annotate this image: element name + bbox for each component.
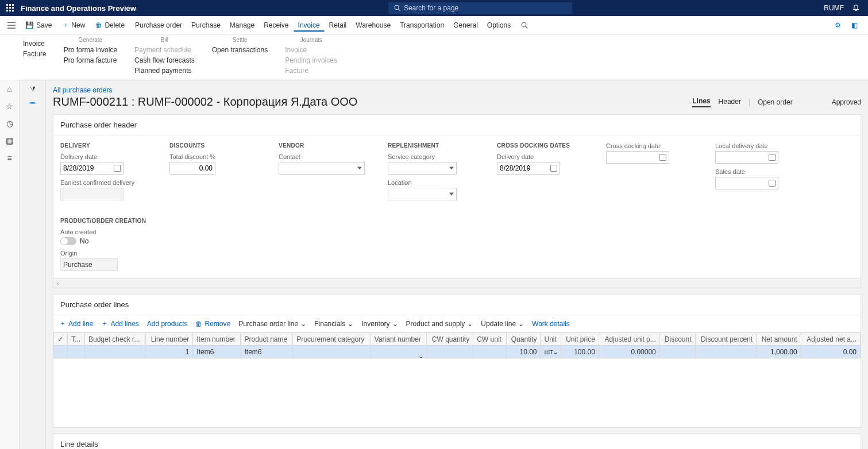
cell-item-number[interactable]: Item6 [193, 346, 241, 358]
autocreated-toggle[interactable] [60, 237, 76, 245]
scroll-left-icon[interactable]: ‹ [53, 278, 861, 288]
tab-receive[interactable]: Receive [259, 19, 293, 32]
filter-rail: ⧩ ═ [20, 80, 46, 449]
cell-qty[interactable]: 10.00 [506, 346, 541, 358]
bell-icon[interactable] [852, 4, 860, 12]
col-header[interactable]: Product name [241, 333, 293, 346]
updateline-drop[interactable]: Update line ⌄ [481, 320, 524, 328]
cell-adj-net[interactable]: 0.00 [801, 346, 860, 358]
ribbon-pro-forma-facture[interactable]: Pro forma facture [64, 56, 117, 65]
cell-adj-price[interactable]: 0.00000 [599, 346, 659, 358]
svg-rect-8 [12, 10, 14, 11]
ribbon-planned-payments[interactable]: Planned payments [134, 66, 195, 75]
add-line-button[interactable]: ＋Add line [59, 319, 93, 328]
discounts-section: DISCOUNTS [169, 142, 261, 149]
tab-purchase[interactable]: Purchase [187, 19, 225, 32]
po-header-title[interactable]: Purchase order header [53, 115, 861, 136]
service-cat-input[interactable] [388, 162, 457, 175]
po-lines-title[interactable]: Purchase order lines [53, 295, 861, 315]
cell-unit-price[interactable]: 100.00 [561, 346, 599, 358]
lines-icon[interactable]: ═ [30, 99, 35, 107]
search-input[interactable] [404, 4, 566, 12]
col-header[interactable]: Unit [541, 333, 561, 346]
col-header[interactable]: Discount [659, 333, 695, 346]
lines-grid[interactable]: ✓T...Budget check r...Line numberItem nu… [53, 332, 861, 358]
workdetails-button[interactable]: Work details [532, 320, 570, 328]
list-icon[interactable]: ≡ [5, 153, 15, 163]
localdate-input[interactable] [715, 151, 778, 164]
crossdate-input[interactable] [606, 151, 669, 164]
col-header[interactable]: Discount percent [695, 333, 757, 346]
waffle-icon[interactable] [5, 4, 16, 12]
inventory-drop[interactable]: Inventory ⌄ [361, 320, 398, 328]
cell-variant[interactable]: ⌄ [371, 346, 426, 358]
add-products-button[interactable]: Add products [147, 320, 188, 328]
search-action-icon[interactable] [516, 20, 533, 31]
salesdate-input[interactable] [715, 177, 778, 189]
delivery-date-input[interactable] [60, 162, 124, 175]
cell-product-name[interactable]: Item6 [241, 346, 293, 358]
col-header[interactable]: Quantity [506, 333, 541, 346]
col-header[interactable]: T... [68, 333, 85, 346]
search-box[interactable] [388, 2, 572, 14]
new-button[interactable]: ＋New [57, 18, 90, 32]
ribbon-facture[interactable]: Facture [23, 49, 47, 59]
workspace-icon[interactable]: ▦ [5, 136, 15, 146]
tab-invoice[interactable]: Invoice [294, 19, 325, 32]
col-header[interactable]: CW unit [473, 333, 507, 346]
filter-icon[interactable]: ⧩ [30, 85, 36, 93]
cell-unit[interactable]: шт⌄ [541, 346, 561, 358]
line-details-title[interactable]: Line details [53, 434, 861, 449]
location-input[interactable] [388, 188, 457, 200]
origin-label: Origin [60, 250, 152, 257]
col-header[interactable]: Item number [193, 333, 241, 346]
po-line-drop[interactable]: Purchase order line ⌄ [238, 320, 306, 328]
remove-button[interactable]: 🗑Remove [195, 320, 230, 328]
financials-drop[interactable]: Financials ⌄ [314, 320, 353, 328]
autocreated-label: Auto created [60, 229, 152, 235]
col-header[interactable]: Variant number [371, 333, 426, 346]
tab-general[interactable]: General [449, 19, 483, 32]
table-row[interactable]: 1 Item6 Item6 ⌄ 10.00 шт⌄ 100.00 0.00000… [54, 346, 861, 358]
ribbon-cash-flow-forecasts[interactable]: Cash flow forecasts [134, 56, 195, 65]
ribbon-open-transactions[interactable]: Open transactions [212, 45, 268, 55]
col-header[interactable]: Line number [145, 333, 192, 346]
breadcrumb[interactable]: All purchase orders [53, 86, 861, 94]
col-header[interactable]: Adjusted net a... [801, 333, 860, 346]
home-icon[interactable]: ⌂ [5, 84, 15, 94]
tab-warehouse[interactable]: Warehouse [351, 19, 395, 32]
col-header[interactable]: Procurement category [293, 333, 371, 346]
recent-icon[interactable]: ◷ [5, 118, 15, 129]
tab-purchase-order[interactable]: Purchase order [130, 19, 187, 32]
cross-delivdate-input[interactable] [497, 162, 560, 175]
cell-line-number[interactable]: 1 [145, 346, 192, 358]
menu-icon[interactable] [6, 22, 17, 29]
total-discount-input[interactable] [169, 162, 215, 175]
po-header-panel: Purchase order header DELIVERY Delivery … [53, 114, 861, 288]
col-header[interactable]: Budget check r... [85, 333, 146, 346]
star-icon[interactable]: ☆ [5, 101, 15, 111]
col-header[interactable]: Adjusted unit p... [599, 333, 659, 346]
col-header[interactable]: Net amount [757, 333, 801, 346]
view-lines[interactable]: Lines [692, 97, 710, 107]
add-lines-button[interactable]: ＋Add lines [101, 319, 138, 328]
page-title: RUMF-000211 : RUMF-000002 - Корпорация Я… [53, 95, 357, 109]
delete-button[interactable]: 🗑Delete [91, 19, 129, 32]
col-header[interactable]: ✓ [54, 333, 68, 346]
contact-input[interactable] [279, 162, 365, 175]
gear-icon[interactable]: ⚙ [830, 19, 846, 32]
user-label[interactable]: RUMF [824, 4, 844, 12]
col-header[interactable]: Unit price [561, 333, 599, 346]
ribbon-invoice[interactable]: Invoice [23, 39, 47, 48]
office-icon[interactable]: ◧ [847, 19, 862, 32]
col-header[interactable]: CW quantity [427, 333, 473, 346]
view-header[interactable]: Header [719, 98, 741, 107]
save-button[interactable]: 💾Save [21, 19, 56, 32]
tab-retail[interactable]: Retail [325, 19, 352, 32]
tab-options[interactable]: Options [483, 19, 515, 32]
tab-manage[interactable]: Manage [225, 19, 259, 32]
prodsupply-drop[interactable]: Product and supply ⌄ [406, 320, 473, 328]
ribbon-pro-forma-invoice[interactable]: Pro forma invoice [64, 45, 117, 55]
cell-net[interactable]: 1,000.00 [757, 346, 801, 358]
tab-transportation[interactable]: Transportation [395, 19, 449, 32]
